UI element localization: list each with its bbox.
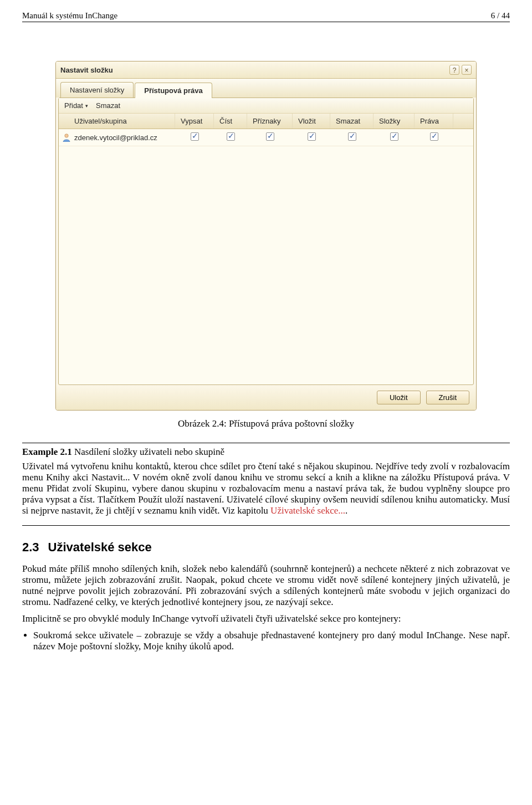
example-title-prefix: Example 2.1 (22, 447, 72, 457)
tab-access-rights[interactable]: Přístupová práva (135, 83, 212, 98)
user-email: zdenek.vytocil@priklad.cz (74, 134, 157, 142)
save-button[interactable]: Uložit (377, 391, 421, 404)
user-icon (62, 133, 71, 142)
sub-toolbar: Přidat ▾ Smazat (59, 98, 473, 114)
header-left: Manuál k systému InChange (22, 11, 117, 20)
titlebar-icons: ? × (449, 65, 472, 75)
chevron-down-icon: ▾ (85, 103, 88, 109)
section-para-2: Implicitně se pro obvyklé moduly InChang… (22, 613, 510, 624)
col-read: Číst (214, 114, 247, 129)
chk-folders[interactable] (390, 132, 398, 141)
add-label: Přidat (64, 101, 83, 110)
col-rights: Práva (415, 114, 453, 129)
header-rule (22, 22, 510, 22)
svg-point-0 (65, 134, 68, 137)
page-header: Manuál k systému InChange 6 / 44 (22, 11, 510, 20)
section-number: 2.3 (22, 540, 39, 555)
example-link[interactable]: Uživatelské sekce... (270, 505, 345, 516)
header-right: 6 / 44 (491, 11, 510, 20)
col-delete: Smazat (330, 114, 374, 129)
example-title: Example 2.1 Nasdílení složky uživateli n… (22, 447, 510, 458)
help-icon[interactable]: ? (449, 65, 459, 75)
figure-wrap: Nastavit složku ? × Nastavení složky Pří… (22, 61, 510, 411)
dialog-window: Nastavit složku ? × Nastavení složky Pří… (55, 61, 477, 411)
col-flags: Příznaky (247, 114, 293, 129)
table-row[interactable]: zdenek.vytocil@priklad.cz (59, 129, 473, 146)
permissions-grid: Uživatel/skupina Vypsat Číst Příznaky Vl… (59, 114, 473, 146)
example-body-tail: . (345, 505, 347, 516)
chk-flags[interactable] (266, 132, 274, 141)
user-cell: zdenek.vytocil@priklad.cz (59, 130, 175, 145)
example-title-rest: Nasdílení složky uživateli nebo skupině (72, 447, 224, 457)
chk-insert[interactable] (308, 132, 316, 141)
col-insert: Vložit (293, 114, 330, 129)
col-folders: Složky (374, 114, 415, 129)
tab-settings[interactable]: Nastavení složky (60, 82, 134, 98)
tabstrip: Nastavení složky Přístupová práva (56, 79, 476, 98)
section-title: Uživatelské sekce (48, 540, 152, 554)
section-list: Soukromá sekce uživatele – zobrazuje se … (22, 630, 510, 652)
grid-empty-space (59, 146, 473, 384)
col-user: Uživatel/skupina (59, 114, 175, 129)
example-body-text: Uživatel má vytvořenu knihu kontaktů, kt… (22, 461, 510, 516)
example-body: Uživatel má vytvořenu knihu kontaktů, kt… (22, 461, 510, 516)
cancel-button[interactable]: Zrušit (426, 391, 470, 404)
section-para-1: Pokud máte příliš mnoho sdílených knih, … (22, 563, 510, 608)
example-block: Example 2.1 Nasdílení složky uživateli n… (22, 443, 510, 526)
section-heading: 2.3Uživatelské sekce (22, 540, 510, 555)
panel-body: Přidat ▾ Smazat Uživatel/skupina Vypsat … (58, 98, 474, 385)
chk-read[interactable] (227, 132, 235, 141)
col-list: Vypsat (175, 114, 214, 129)
list-item: Soukromá sekce uživatele – zobrazuje se … (33, 630, 510, 652)
chk-list[interactable] (191, 132, 199, 141)
grid-header: Uživatel/skupina Vypsat Číst Příznaky Vl… (59, 114, 473, 129)
chk-rights[interactable] (430, 132, 438, 141)
figure-caption: Obrázek 2.4: Přístupová práva poštovní s… (22, 418, 510, 429)
close-icon[interactable]: × (462, 65, 472, 75)
delete-button[interactable]: Smazat (96, 101, 120, 110)
chk-delete[interactable] (348, 132, 356, 141)
dialog-buttonrow: Uložit Zrušit (56, 385, 476, 410)
dialog-title: Nastavit složku (60, 66, 449, 74)
dialog-titlebar: Nastavit složku ? × (56, 61, 476, 79)
add-button[interactable]: Přidat ▾ (64, 101, 88, 110)
